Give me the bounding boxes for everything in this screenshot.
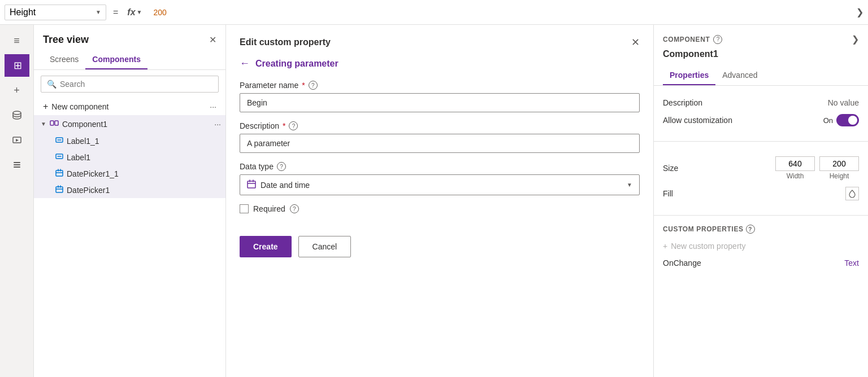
height-input[interactable] xyxy=(819,156,859,171)
allow-customization-row: Allow customization On xyxy=(663,111,859,130)
tree-item-label1-1[interactable]: Label1_1 xyxy=(34,133,225,149)
size-section: Size Width Height Fill xyxy=(654,144,868,213)
dialog-close-button[interactable]: ✕ xyxy=(631,36,640,49)
back-button[interactable]: ← xyxy=(240,58,250,69)
custom-properties-title: CUSTOM PROPERTIES ? xyxy=(663,225,755,234)
required-checkbox[interactable] xyxy=(240,204,249,213)
new-component-button[interactable]: + New component ··· xyxy=(34,98,225,115)
svg-rect-4 xyxy=(14,166,20,168)
onchange-row: OnChange Text xyxy=(654,254,868,272)
new-component-label: New component xyxy=(51,102,108,111)
edit-custom-property-dialog: Edit custom property ✕ ← Creating parame… xyxy=(226,25,653,377)
onchange-label: OnChange xyxy=(663,258,701,268)
svg-rect-13 xyxy=(248,181,255,188)
width-input[interactable] xyxy=(775,156,815,171)
right-panel-chevron-icon[interactable]: ❯ xyxy=(852,34,859,45)
right-panel-tabs: Properties Advanced xyxy=(654,66,868,86)
layers-icon[interactable]: ⊞ xyxy=(5,54,29,77)
create-button[interactable]: Create xyxy=(240,236,292,257)
label1-1-label: Label1_1 xyxy=(67,137,221,146)
fx-label: fx xyxy=(127,7,135,17)
search-input[interactable] xyxy=(60,80,212,89)
tools-icon[interactable] xyxy=(6,154,28,176)
calendar-icon xyxy=(247,179,256,190)
right-panel-title-row: COMPONENT ? xyxy=(663,35,722,44)
formula-value[interactable]: 200 xyxy=(149,6,852,19)
description-label-row: Description * ? xyxy=(240,121,640,130)
dialog-footer: Create Cancel xyxy=(240,236,640,257)
custom-props-help-icon[interactable]: ? xyxy=(746,225,755,234)
property-name: Height xyxy=(10,7,36,17)
new-custom-prop-plus-icon: + xyxy=(663,242,667,251)
svg-rect-9 xyxy=(56,170,63,176)
tab-advanced[interactable]: Advanced xyxy=(715,66,764,85)
component-help-icon[interactable]: ? xyxy=(713,35,722,44)
data-type-select[interactable]: Date and time ▼ xyxy=(240,174,640,195)
svg-rect-3 xyxy=(14,162,20,163)
tree-item-component1[interactable]: ▼ Component1 ··· xyxy=(34,115,225,133)
dialog-wrapper: Edit custom property ✕ ← Creating parame… xyxy=(226,25,653,377)
svg-rect-6 xyxy=(55,121,58,125)
data-type-help-icon[interactable]: ? xyxy=(277,162,286,171)
property-chevron: ▼ xyxy=(96,9,101,15)
svg-point-0 xyxy=(13,111,21,115)
right-panel: COMPONENT ? ❯ Component1 Properties Adva… xyxy=(653,25,868,377)
tree-tabs: Screens Components xyxy=(34,50,225,70)
divider2 xyxy=(654,215,868,216)
required-help-icon[interactable]: ? xyxy=(290,204,299,213)
hamburger-menu-icon[interactable]: ≡ xyxy=(6,29,28,52)
param-name-field: Parameter name * ? xyxy=(240,81,640,112)
search-box[interactable]: 🔍 xyxy=(41,76,219,93)
tab-components[interactable]: Components xyxy=(85,50,147,69)
cancel-button[interactable]: Cancel xyxy=(298,236,351,257)
left-sidebar: ≡ ⊞ + xyxy=(0,25,34,377)
dialog-header: Edit custom property ✕ xyxy=(240,36,640,49)
size-row: Size Width Height xyxy=(663,153,859,183)
tree-title: Tree view xyxy=(43,34,89,46)
allow-customization-label: Allow customization xyxy=(663,116,732,125)
add-icon[interactable]: + xyxy=(6,79,28,102)
tree-close-button[interactable]: ✕ xyxy=(209,34,216,45)
svg-rect-2 xyxy=(14,164,20,165)
param-name-input[interactable] xyxy=(240,93,640,112)
tree-item-label1[interactable]: Label1 xyxy=(34,149,225,165)
fill-row: Fill xyxy=(663,183,859,204)
fill-label: Fill xyxy=(663,189,673,198)
svg-rect-5 xyxy=(50,121,54,125)
right-panel-header: COMPONENT ? ❯ xyxy=(654,25,868,49)
top-bar: Height ▼ = fx ▼ 200 ❯ xyxy=(0,0,868,25)
expand-icon[interactable]: ❯ xyxy=(856,7,863,17)
datepicker1-label: DatePicker1 xyxy=(67,186,221,195)
description-field: Description * ? xyxy=(240,121,640,153)
property-selector[interactable]: Height ▼ xyxy=(5,5,106,20)
onchange-value: Text xyxy=(844,258,859,268)
search-icon: 🔍 xyxy=(47,80,57,89)
allow-customization-toggle[interactable] xyxy=(836,114,859,126)
more-options-icon[interactable]: ··· xyxy=(210,102,216,111)
media-icon[interactable] xyxy=(6,129,28,151)
data-icon[interactable] xyxy=(6,104,28,126)
dialog-subtitle: Creating parameter xyxy=(255,59,338,69)
param-name-help-icon[interactable]: ? xyxy=(309,81,318,90)
new-custom-property-button: + New custom property xyxy=(654,238,868,254)
description-label: Description xyxy=(663,98,702,107)
datepicker-icon xyxy=(55,169,63,178)
description-help-icon[interactable]: ? xyxy=(289,121,298,130)
required-label: Required xyxy=(253,204,285,213)
datepicker-icon xyxy=(55,185,63,195)
divider1 xyxy=(654,141,868,142)
tree-items: ▼ Component1 ··· Label1_1 Label1 xyxy=(34,115,225,377)
description-input[interactable] xyxy=(240,134,640,153)
component1-more-icon[interactable]: ··· xyxy=(214,120,221,129)
required-star: * xyxy=(302,81,305,90)
new-custom-prop-label: New custom property xyxy=(671,242,745,251)
tree-item-datepicker1-1[interactable]: DatePicker1_1 xyxy=(34,165,225,182)
tab-properties[interactable]: Properties xyxy=(663,66,715,85)
description-required-star: * xyxy=(283,121,285,130)
label-icon xyxy=(55,152,63,162)
datepicker1-1-label: DatePicker1_1 xyxy=(67,169,221,178)
fill-swatch[interactable] xyxy=(845,187,859,200)
tab-screens[interactable]: Screens xyxy=(43,50,85,69)
tree-item-datepicker1[interactable]: DatePicker1 xyxy=(34,182,225,198)
fx-button[interactable]: fx ▼ xyxy=(125,7,144,17)
